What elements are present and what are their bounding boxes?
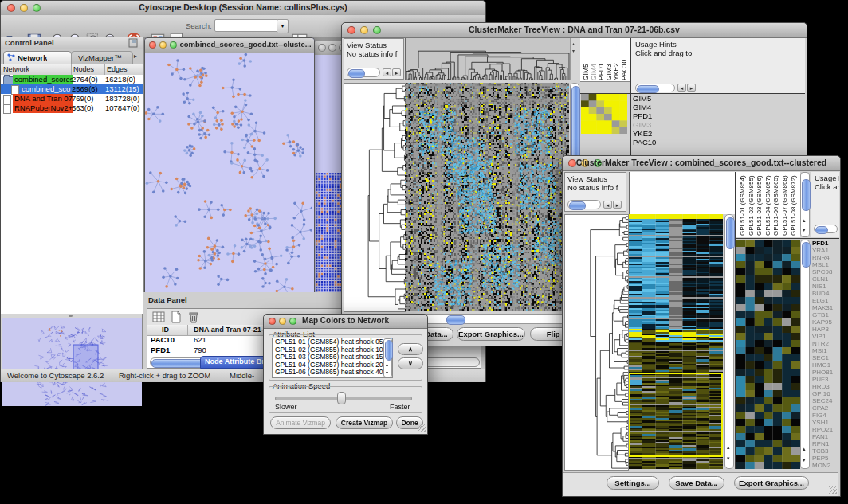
tv2-gene-label[interactable]: RPN1 [812,440,839,447]
tv2-global-vscrollbar[interactable]: ▴ ▾ [724,214,734,469]
scrollbar-thumb[interactable] [802,242,811,268]
minimize-icon[interactable] [328,44,336,52]
tv2-column-label[interactable]: GPL51-07 (GSM868) [781,175,788,236]
tv1-column-label[interactable]: PFD1 [598,63,605,80]
tv2-gene-label[interactable]: HRD3 [812,383,839,390]
select-attributes-icon[interactable] [152,311,165,323]
tv2-row-dendrogram[interactable] [564,214,629,471]
network-row[interactable]: combined_scores2764(0)16218(0) [1,75,143,84]
new-attribute-icon[interactable] [170,311,183,323]
attribute-item[interactable]: GPL51-07 (GSM868) heat shock 60 min [273,377,392,379]
resize-grip[interactable] [829,486,837,494]
tv2-gene-label[interactable]: KAP95 [812,318,839,326]
tv2-gene-label[interactable]: CLN1 [812,275,839,283]
network-row[interactable]: combined_sco2569(6)13112(15) [1,84,143,94]
minimize-icon[interactable] [159,41,167,49]
tv2-column-label[interactable]: GPL51-04 (GSM857) [764,175,771,236]
scroll-down-icon[interactable]: ▾ [727,455,730,462]
tv1-heatmap[interactable] [405,83,569,311]
scrollbar-thumb[interactable] [802,179,811,211]
scroll-up-icon[interactable]: ▴ [803,217,806,224]
scroll-up-icon[interactable]: ▴ [727,444,730,451]
tv2-gene-label[interactable]: MAK31 [812,304,839,311]
tv2-gene-label[interactable]: MSI1 [812,347,839,354]
scroll-right-icon[interactable]: ▸ [687,84,696,92]
main-titlebar[interactable]: Cytoscape Desktop (Session Name: collins… [1,1,485,16]
delete-attribute-icon[interactable] [187,311,200,323]
tv2-gene-label[interactable]: BUD4 [812,290,839,297]
network-window-2[interactable] [313,41,344,295]
scroll-left-icon[interactable]: ◂ [383,68,391,76]
search-input[interactable] [214,19,278,32]
tab-overflow-icon[interactable]: ▸ [134,53,137,60]
attribute-list-scrollbar[interactable]: ▴ ▾ [383,338,392,377]
scroll-left-icon[interactable]: ◂ [603,201,612,209]
dialog-titlebar[interactable]: Map Colors to Network [264,315,427,329]
scrollbar-thumb[interactable] [385,340,393,361]
tab-vizmapper[interactable]: VizMapper™ [71,51,133,64]
tv1-column-label[interactable]: GIM5 [583,64,590,80]
scroll-up-icon[interactable]: ▴ [803,446,806,452]
scrollbar-thumb[interactable] [569,201,586,210]
scroll-down-icon[interactable]: ▾ [803,227,806,233]
export-graphics-button[interactable]: Export Graphics... [734,476,809,490]
tv2-zoom-heatmap[interactable] [736,240,800,469]
tv2-gene-label[interactable]: SEC1 [812,354,839,361]
tv2-column-label[interactable]: GPL51-01 (GSM854) [739,175,746,236]
network-canvas[interactable] [145,53,312,294]
tv2-column-label[interactable]: GPL51-08 (GSM872) [790,175,797,236]
tv2-gene-label[interactable]: PEP5 [812,455,839,462]
tv2-gene-label[interactable]: RPO21 [812,426,839,433]
tv1-gene-label[interactable]: GIM4 [633,103,713,111]
tv2-gene-label[interactable]: SPC98 [812,268,839,275]
network-window-2-titlebar[interactable] [314,41,343,56]
scroll-right-icon[interactable]: ▸ [392,68,401,76]
network-canvas-dense[interactable] [314,55,343,295]
export-graphics-button[interactable]: Export Graphics... [457,327,525,341]
slider-thumb[interactable] [337,392,346,404]
float-panel-icon[interactable] [128,38,138,48]
tv2-gene-label[interactable]: VIP1 [812,333,839,340]
scroll-left-icon[interactable]: ◂ [677,84,686,92]
tv2-gene-label[interactable]: RNR4 [812,254,839,261]
tv2-column-label[interactable]: GPL51-06 (GSM865) [772,175,779,236]
tv2-global-heatmap[interactable] [629,214,723,469]
scroll-down-icon[interactable]: ▾ [572,48,575,53]
tv2-gene-label[interactable]: ELG1 [812,297,839,304]
tv2-gene-label[interactable]: MON2 [812,462,839,469]
tv2-gene-label[interactable]: FIG4 [812,412,839,419]
scroll-up-icon[interactable]: ▴ [572,41,575,46]
network-row[interactable]: RNAPuberNov2+563(0)107847(0) [1,104,143,113]
tv2-column-label[interactable]: GPL51-03 (GSM856) [756,175,763,236]
close-icon[interactable] [149,41,156,49]
tv2-gene-label[interactable]: YRA1 [812,247,839,254]
tv2-gene-label[interactable]: NIS1 [812,283,839,290]
tv1-gene-label[interactable]: PFD1 [633,111,713,120]
scroll-down-icon[interactable]: ▾ [803,457,806,463]
tv2-column-dendrogram-area[interactable] [629,172,735,214]
tv1-gene-label[interactable]: YKE2 [633,129,713,138]
settings-button[interactable]: Settings... [607,476,659,490]
birdseye-view[interactable] [2,318,142,406]
zoom-window-icon[interactable] [170,41,177,49]
treeview2-titlebar[interactable]: ClusterMaker TreeView : combined_scores_… [563,156,840,171]
scrollbar-thumb[interactable] [446,315,465,325]
tv2-gene-label[interactable]: PHO81 [812,369,839,376]
tv2-zoom-vscrollbar[interactable]: ▴ ▾ [800,240,810,469]
tv2-gene-label[interactable]: GTB1 [812,311,839,318]
scroll-down-icon[interactable]: ▾ [386,369,388,375]
move-down-button[interactable]: ∨ [398,357,423,369]
scrollbar-thumb[interactable] [348,69,365,78]
resize-grip[interactable] [418,424,426,432]
tv2-gene-label[interactable]: HAP3 [812,326,839,333]
tv1-column-label[interactable]: YKE2 [613,63,620,80]
scrollbar-thumb[interactable] [637,85,659,93]
search-dropdown-icon[interactable]: ▾ [277,19,289,33]
tv2-column-label[interactable]: GPL51-02 (GSM855) [748,175,755,236]
tv2-gene-label[interactable]: TCB3 [812,447,839,455]
tv1-gene-label[interactable]: PAC10 [633,138,713,147]
tv2-gene-label[interactable]: NTR2 [812,340,839,347]
tv1-gene-label[interactable]: GIM3 [633,120,713,129]
scrollbar-thumb[interactable] [726,217,735,249]
scrollbar-thumb[interactable] [815,226,828,234]
